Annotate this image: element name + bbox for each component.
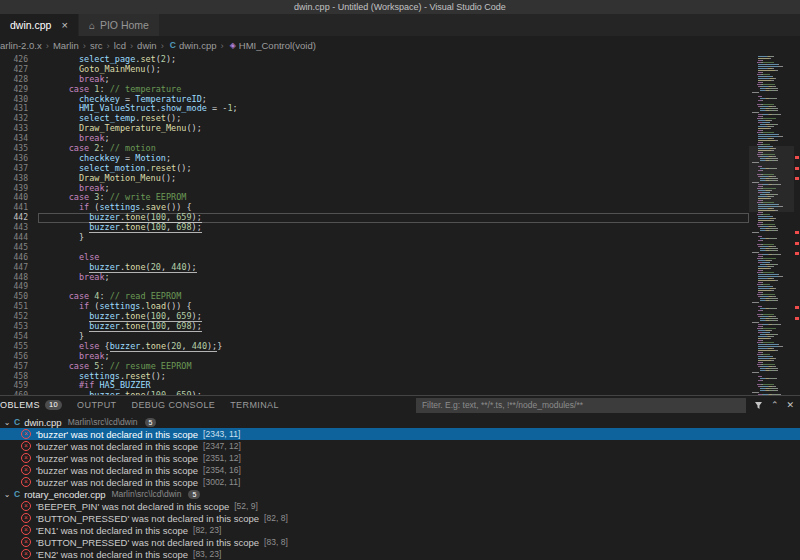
breadcrumb-item[interactable]: dwin.cpp bbox=[179, 40, 217, 51]
minimap-segment bbox=[776, 264, 778, 265]
overview-ruler[interactable] bbox=[794, 54, 800, 395]
tab-output[interactable]: OUTPUT bbox=[77, 400, 116, 410]
error-icon: × bbox=[21, 477, 31, 487]
error-mark bbox=[795, 317, 799, 320]
minimap-viewport[interactable] bbox=[749, 146, 794, 212]
file-path: Marlin\src\lcd\dwin bbox=[111, 489, 181, 499]
code-token: settings bbox=[79, 371, 120, 381]
code-line[interactable]: 443 buzzer.tone(100, 698); bbox=[0, 223, 749, 233]
code-line[interactable]: 445 bbox=[0, 243, 749, 253]
code-token: ; bbox=[105, 133, 110, 143]
breadcrumb-item[interactable]: src bbox=[90, 40, 103, 51]
problem-row[interactable]: ×'buzzer' was not declared in this scope… bbox=[0, 440, 800, 452]
code-token: (); bbox=[176, 163, 191, 173]
code-token: ); bbox=[166, 54, 176, 64]
code-token: HMI_ValueStruct bbox=[79, 103, 156, 113]
code-token: 698 bbox=[176, 222, 191, 233]
problem-row[interactable]: ×'buzzer' was not declared in this scope… bbox=[0, 428, 800, 440]
code-line[interactable]: 433 Draw_Temperature_Menu(); bbox=[0, 124, 749, 134]
minimap[interactable] bbox=[749, 54, 794, 395]
minimap-segment bbox=[782, 276, 783, 277]
problem-file-row[interactable]: ⌄Cdwin.cppMarlin\src\lcd\dwin5 bbox=[0, 416, 800, 428]
code-token: , bbox=[166, 390, 176, 395]
error-icon: × bbox=[21, 501, 31, 511]
chevron-down-icon[interactable]: ⌄ bbox=[0, 490, 14, 499]
line-number: 454 bbox=[0, 332, 38, 342]
code-line[interactable]: 455 else {buzzer.tone(20, 440);} bbox=[0, 342, 749, 352]
problems-count-badge: 10 bbox=[45, 400, 62, 410]
breadcrumb-item[interactable]: arlin-2.0.x bbox=[0, 40, 42, 51]
minimap-segment bbox=[780, 114, 781, 115]
breadcrumb-item[interactable]: HMI_Control(void) bbox=[239, 40, 316, 51]
tab-bar: dwin.cpp × ⌂ PIO Home bbox=[0, 14, 800, 36]
code-line[interactable]: 460 buzzer.tone(100, 659); bbox=[0, 391, 749, 395]
error-icon: × bbox=[21, 441, 31, 451]
minimap-segment bbox=[772, 126, 774, 127]
code-token: break bbox=[79, 351, 105, 361]
code-line[interactable]: 448 break; bbox=[0, 273, 749, 283]
code-token: ( bbox=[146, 262, 151, 273]
code-token: ( bbox=[146, 222, 151, 233]
cpp-file-icon: C bbox=[170, 40, 176, 50]
close-icon[interactable]: × bbox=[61, 19, 67, 31]
problem-row[interactable]: ×'buzzer' was not declared in this scope… bbox=[0, 476, 800, 488]
editor[interactable]: 426 select_page.set(2);427 Goto_MainMenu… bbox=[0, 54, 800, 395]
tab-problems[interactable]: OBLEMS 10 bbox=[0, 400, 62, 410]
code-line[interactable]: 447 buzzer.tone(20, 440); bbox=[0, 263, 749, 273]
file-name: dwin.cpp bbox=[24, 417, 62, 428]
close-panel-icon[interactable]: ✕ bbox=[786, 400, 794, 410]
minimap-segment bbox=[774, 78, 776, 79]
code-line[interactable]: 438 Draw_Motion_Menu(); bbox=[0, 174, 749, 184]
breadcrumb-item[interactable]: dwin bbox=[137, 40, 157, 51]
tab-pio-home[interactable]: ⌂ PIO Home bbox=[79, 14, 160, 36]
problem-row[interactable]: ×'EN2' was not declared in this scope[83… bbox=[0, 548, 800, 560]
problem-row[interactable]: ×'BUTTON_PRESSED' was not declared in th… bbox=[0, 536, 800, 548]
tab-dwin-cpp[interactable]: dwin.cpp × bbox=[0, 14, 79, 36]
code-token: { bbox=[99, 341, 109, 351]
code-line[interactable]: 427 Goto_MainMenu(); bbox=[0, 65, 749, 75]
problem-location: [2347, 12] bbox=[203, 441, 241, 451]
problem-row[interactable]: ×'buzzer' was not declared in this scope… bbox=[0, 452, 800, 464]
code-token: , bbox=[166, 222, 176, 233]
pio-home-icon: ⌂ bbox=[89, 20, 95, 31]
problem-row[interactable]: ×'buzzer' was not declared in this scope… bbox=[0, 464, 800, 476]
error-icon: × bbox=[21, 453, 31, 463]
minimap-segment bbox=[776, 90, 778, 91]
tab-terminal[interactable]: TERMINAL bbox=[230, 400, 279, 410]
problem-row[interactable]: ×'BUTTON_PRESSED' was not declared in th… bbox=[0, 512, 800, 524]
error-mark bbox=[795, 177, 799, 180]
code-line[interactable]: 453 buzzer.tone(100, 698); bbox=[0, 322, 749, 332]
minimap-segment bbox=[769, 128, 771, 129]
error-mark bbox=[795, 306, 799, 309]
code-line-content: Draw_Temperature_Menu(); bbox=[38, 124, 749, 134]
code-token: select_page bbox=[79, 54, 135, 64]
breadcrumb-item[interactable]: lcd bbox=[114, 40, 126, 51]
problems-filter-input[interactable] bbox=[416, 398, 746, 413]
maximize-panel-icon[interactable]: ⌃ bbox=[771, 400, 779, 410]
minimap-segment bbox=[771, 360, 773, 361]
code-token: buzzer bbox=[110, 341, 141, 352]
code-token: case bbox=[69, 291, 95, 301]
problem-location: [2354, 16] bbox=[203, 465, 241, 475]
problem-location: [82, 23] bbox=[193, 525, 221, 535]
problem-message: 'BEEPER_PIN' was not declared in this sc… bbox=[36, 501, 229, 512]
problem-row[interactable]: ×'BEEPER_PIN' was not declared in this s… bbox=[0, 500, 800, 512]
breadcrumb-item[interactable]: Marlin bbox=[53, 40, 79, 51]
line-number: 427 bbox=[0, 65, 38, 75]
title-bar: dwin.cpp - Untitled (Workspace) - Visual… bbox=[0, 0, 800, 14]
tab-debug-console[interactable]: DEBUG CONSOLE bbox=[131, 400, 215, 410]
chevron-down-icon[interactable]: ⌄ bbox=[0, 418, 14, 427]
window-title: dwin.cpp - Untitled (Workspace) - Visual… bbox=[294, 2, 506, 12]
problem-row[interactable]: ×'EN1' was not declared in this scope[82… bbox=[0, 524, 800, 536]
line-number: 430 bbox=[0, 95, 38, 105]
code-line[interactable]: 444 } bbox=[0, 233, 749, 243]
filter-icon[interactable] bbox=[754, 401, 763, 410]
code-token bbox=[38, 173, 79, 183]
minimap-segment bbox=[769, 58, 771, 59]
minimap-segment bbox=[762, 380, 763, 381]
code-token: ); bbox=[192, 222, 202, 233]
code-token bbox=[38, 153, 79, 163]
problem-file-row[interactable]: ⌄Crotary_encoder.cppMarlin\src\lcd\dwin5 bbox=[0, 488, 800, 500]
code-line-content: buzzer.tone(20, 440); bbox=[38, 263, 749, 273]
line-number: 459 bbox=[0, 381, 38, 391]
